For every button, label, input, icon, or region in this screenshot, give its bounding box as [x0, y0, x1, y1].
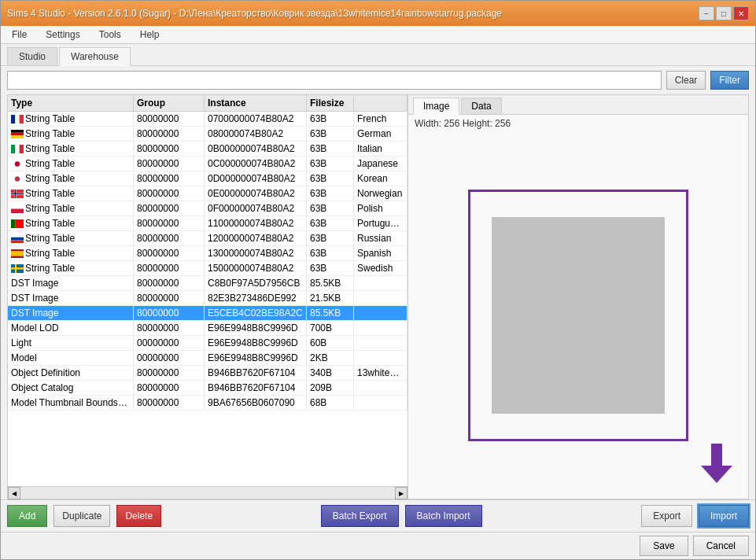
export-button[interactable]: Export	[641, 505, 692, 527]
cell-type: String Table	[8, 261, 134, 275]
table-row[interactable]: String Table800000000D000000074B80A263BK…	[8, 171, 408, 186]
cell-type: String Table	[8, 157, 134, 171]
type-label: DST Image	[11, 278, 58, 289]
scroll-right-button[interactable]: ▶	[395, 487, 408, 499]
cell-filesize: 63B	[307, 157, 354, 171]
table-row[interactable]: String Table800000000B000000074B80A263BI…	[8, 142, 408, 157]
table-row[interactable]: Object Definition80000000B946BB7620F6710…	[8, 366, 408, 381]
table-row[interactable]: String Table8000000011000000074B80A263BP…	[8, 216, 408, 231]
menu-tools[interactable]: Tools	[94, 28, 126, 42]
cell-type: String Table	[8, 216, 134, 230]
cell-group: 80000000	[134, 142, 205, 156]
cell-instance: E96E9948B8C9996D	[205, 321, 307, 335]
svg-rect-5	[11, 136, 24, 139]
cell-group: 80000000	[134, 201, 205, 216]
clear-button[interactable]: Clear	[666, 71, 706, 90]
filter-button[interactable]: Filter	[710, 71, 749, 90]
cell-group: 80000000	[134, 306, 205, 320]
type-label: Object Definition	[11, 367, 80, 378]
close-button[interactable]: ✕	[733, 6, 749, 20]
svg-rect-25	[11, 249, 24, 252]
type-label: String Table	[25, 248, 75, 259]
scroll-left-button[interactable]: ◀	[8, 487, 20, 499]
batch-import-button[interactable]: Batch Import	[405, 505, 482, 527]
svg-rect-20	[11, 219, 15, 228]
minimize-button[interactable]: −	[699, 6, 714, 20]
table-row[interactable]: Light00000000E96E9948B8C9996D60B	[8, 336, 408, 351]
table-row[interactable]: Model00000000E96E9948B8C9996D2KB	[8, 351, 408, 366]
table-row[interactable]: DST Image8000000082E3B273486DE99221.5KB	[8, 291, 408, 306]
cell-group: 80000000	[134, 396, 205, 410]
cell-type: String Table	[8, 127, 134, 141]
table-row[interactable]: String Table8000000007000000074B80A263BF…	[8, 112, 408, 127]
cell-type: Object Definition	[8, 366, 134, 380]
cell-type: Model	[8, 351, 134, 365]
svg-rect-22	[11, 234, 24, 238]
cell-filesize: 63B	[307, 127, 354, 141]
table-row[interactable]: String Table800000000E000000074B80A263BN…	[8, 186, 408, 201]
table-row[interactable]: String Table800000000C000000074B80A263BJ…	[8, 157, 408, 171]
flag-icon	[11, 249, 24, 258]
svg-rect-3	[11, 130, 24, 133]
table-row[interactable]: String Table8000000012000000074B80A263BR…	[8, 231, 408, 246]
table-row[interactable]: Model Thumbnail Bounds List800000009BA67…	[8, 396, 408, 411]
table-row[interactable]: String Table8000000013000000074B80A263BS…	[8, 246, 408, 261]
table-row[interactable]: String Table80000000080000074B80A263BGer…	[8, 127, 408, 142]
tab-data[interactable]: Data	[461, 98, 501, 114]
save-button[interactable]: Save	[640, 536, 688, 556]
horizontal-scrollbar[interactable]: ◀ ▶	[8, 486, 408, 499]
tab-image[interactable]: Image	[413, 98, 459, 115]
svg-rect-1	[15, 115, 19, 123]
table-row[interactable]: DST Image80000000E5CEB4C02BE98A2C85.5KB	[8, 306, 408, 321]
tab-studio[interactable]: Studio	[7, 47, 57, 65]
header-instance: Instance	[205, 95, 307, 111]
cell-extra	[354, 336, 408, 350]
svg-rect-18	[11, 204, 24, 209]
tab-warehouse[interactable]: Warehouse	[59, 47, 131, 66]
scroll-track[interactable]	[20, 487, 395, 499]
type-label: Object Catalog	[11, 382, 73, 393]
import-arrow-icon	[701, 444, 732, 483]
add-button[interactable]: Add	[7, 505, 47, 527]
search-input[interactable]	[7, 71, 662, 90]
header-filesize: Filesize	[307, 95, 354, 111]
menu-settings[interactable]: Settings	[41, 28, 84, 42]
table-row[interactable]: DST Image80000000C8B0F97A5D7956CB85.5KB	[8, 276, 408, 291]
svg-rect-23	[11, 238, 24, 241]
menu-help[interactable]: Help	[135, 28, 164, 42]
svg-rect-8	[20, 145, 24, 153]
import-button[interactable]: Import	[699, 505, 749, 527]
menu-file[interactable]: File	[7, 28, 31, 42]
cell-group: 80000000	[134, 171, 205, 186]
table-row[interactable]: Object Catalog80000000B946BB7620F6710420…	[8, 381, 408, 396]
flag-icon	[11, 219, 24, 228]
duplicate-button[interactable]: Duplicate	[53, 505, 110, 527]
table-row[interactable]: String Table8000000015000000074B80A263BS…	[8, 261, 408, 276]
cell-type: String Table	[8, 231, 134, 245]
cell-group: 80000000	[134, 216, 205, 230]
cell-filesize: 209B	[307, 381, 354, 395]
svg-rect-21	[15, 219, 24, 228]
maximize-button[interactable]: □	[716, 6, 732, 20]
batch-export-button[interactable]: Batch Export	[321, 505, 399, 527]
cell-group: 80000000	[134, 127, 205, 141]
main-content: Clear Filter Type Group Instance Filesiz…	[1, 66, 755, 559]
cell-extra: 13whitemice1	[354, 366, 408, 380]
image-frame	[468, 190, 688, 441]
cell-filesize: 63B	[307, 186, 354, 201]
flag-icon	[11, 190, 24, 198]
table-row[interactable]: Model LOD80000000E96E9948B8C9996D700B	[8, 321, 408, 336]
cell-extra	[354, 396, 408, 410]
flag-icon	[11, 160, 24, 168]
window-controls: − □ ✕	[699, 6, 749, 20]
delete-button[interactable]: Delete	[116, 505, 161, 527]
cell-type: String Table	[8, 112, 134, 126]
cell-instance: B946BB7620F67104	[205, 381, 307, 395]
title-bar: Sims 4 Studio - Version 2.6.1.0 (Sugar) …	[1, 1, 755, 26]
cell-type: Model Thumbnail Bounds List	[8, 396, 134, 410]
table-row[interactable]: String Table800000000F000000074B80A263BP…	[8, 201, 408, 216]
cancel-button[interactable]: Cancel	[693, 536, 749, 556]
cell-instance: 0D000000074B80A2	[205, 171, 307, 186]
type-label: String Table	[25, 218, 75, 229]
svg-rect-30	[11, 267, 24, 270]
